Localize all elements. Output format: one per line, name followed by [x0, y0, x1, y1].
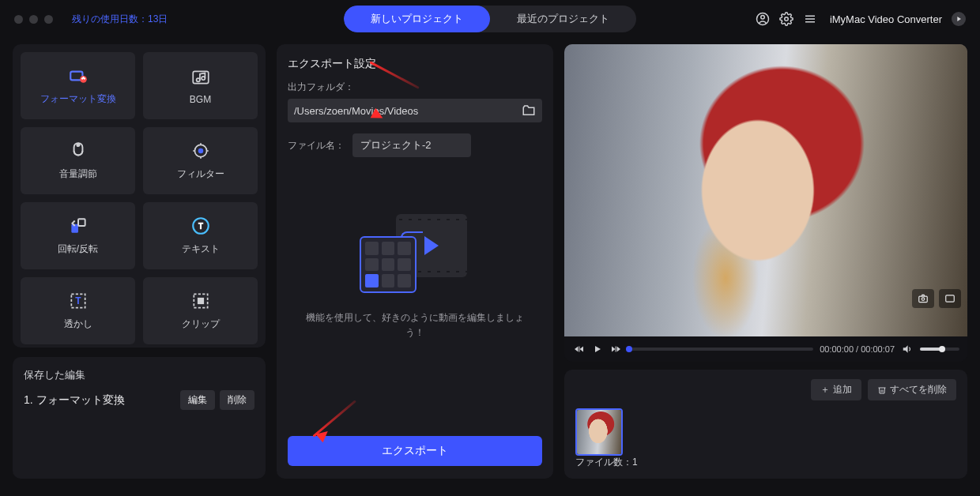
menu-icon[interactable] [803, 12, 817, 26]
watermark-icon: T [68, 291, 89, 311]
svg-rect-26 [919, 296, 928, 302]
filter-icon [190, 141, 211, 161]
settings-icon[interactable] [779, 12, 793, 26]
tool-label: クリップ [182, 318, 220, 331]
svg-point-2 [785, 17, 789, 21]
window-controls [14, 15, 53, 24]
saved-edit-row: 1. フォーマット変換 編集 削除 [24, 390, 254, 410]
rotate-icon [68, 216, 89, 236]
delete-all-button[interactable]: すべてを削除 [868, 379, 956, 400]
output-folder-label: 出力フォルダ： [288, 81, 542, 94]
svg-marker-32 [595, 346, 601, 352]
svg-rect-28 [946, 295, 955, 302]
svg-point-14 [198, 148, 203, 154]
saved-edit-button[interactable]: 編集 [180, 390, 215, 410]
output-folder-path: /Users/zoen/Movies/Videos [294, 105, 522, 117]
tool-label: 回転/反転 [58, 242, 98, 256]
quick-export-icon[interactable] [952, 12, 966, 26]
trial-days-label: 残りの使用日数：13日 [72, 13, 168, 26]
svg-text:T: T [75, 295, 81, 306]
svg-rect-20 [78, 219, 85, 226]
titlebar: 残りの使用日数：13日 新しいプロジェクト 最近のプロジェクト iMyMac V… [0, 0, 980, 38]
playback-time: 00:00:00 / 00:00:07 [820, 344, 895, 354]
browse-folder-icon[interactable] [522, 103, 536, 118]
tool-label: テキスト [182, 242, 220, 256]
clip-icon [190, 291, 211, 311]
annotation-arrow [312, 400, 356, 437]
text-icon [190, 216, 211, 236]
svg-marker-33 [612, 347, 616, 352]
tool-rotate[interactable]: 回転/反転 [21, 202, 135, 269]
svg-marker-35 [617, 347, 621, 352]
tool-text[interactable]: テキスト [143, 202, 258, 269]
video-preview: 00:00:00 / 00:00:07 [564, 44, 967, 362]
tab-recent-projects[interactable]: 最近のプロジェクト [490, 6, 636, 32]
tool-label: 音量調節 [59, 167, 97, 181]
bgm-icon [190, 67, 211, 88]
saved-edits-panel: 保存した編集 1. フォーマット変換 編集 削除 [13, 357, 266, 479]
export-hint-text: 機能を使用して、好きのように動画を編集しましょう！ [288, 310, 542, 340]
volume-slider[interactable] [920, 348, 959, 351]
svg-marker-31 [580, 347, 584, 352]
svg-point-27 [922, 298, 925, 301]
export-button[interactable]: エクスポート [288, 436, 542, 466]
saved-edits-title: 保存した編集 [24, 368, 254, 382]
svg-rect-30 [579, 347, 580, 352]
output-folder-field[interactable]: /Users/zoen/Movies/Videos [288, 99, 542, 122]
tool-label: フィルター [177, 167, 224, 181]
next-frame-icon[interactable] [610, 344, 623, 354]
filename-input[interactable]: プロジェクト-2 [352, 133, 471, 157]
fullscreen-icon[interactable] [939, 289, 961, 308]
svg-rect-34 [616, 347, 616, 352]
volume-icon[interactable] [901, 344, 914, 355]
svg-point-1 [761, 16, 765, 20]
tool-label: フォーマット変換 [40, 92, 116, 106]
tool-label: BGM [190, 94, 211, 105]
maximize-window[interactable] [44, 15, 53, 24]
account-icon[interactable] [756, 12, 770, 26]
files-panel: ＋追加 すべてを削除 ファイル数：1 [564, 370, 967, 479]
tool-format-convert[interactable]: フォーマット変換 [21, 52, 135, 119]
volume-icon [68, 141, 89, 161]
tool-volume[interactable]: 音量調節 [21, 127, 135, 194]
minimize-window[interactable] [29, 15, 38, 24]
svg-marker-29 [575, 347, 579, 352]
export-settings-panel: エクスポート設定 出力フォルダ： /Users/zoen/Movies/Vide… [277, 44, 553, 479]
add-file-button[interactable]: ＋追加 [811, 379, 861, 400]
filename-label: ファイル名： [288, 139, 345, 152]
tool-label: 透かし [64, 318, 92, 331]
file-thumbnail[interactable] [575, 408, 623, 456]
snapshot-icon[interactable] [912, 289, 934, 308]
tool-watermark[interactable]: T 透かし [21, 277, 135, 344]
saved-delete-button[interactable]: 削除 [220, 390, 254, 410]
tab-new-project[interactable]: 新しいプロジェクト [344, 6, 490, 32]
prev-frame-icon[interactable] [572, 344, 585, 354]
svg-point-12 [77, 144, 79, 146]
saved-edit-name: 1. フォーマット変換 [24, 393, 125, 408]
close-window[interactable] [14, 15, 23, 24]
player-controls: 00:00:00 / 00:00:07 [564, 336, 967, 362]
app-name: iMyMac Video Converter [830, 13, 942, 25]
export-settings-title: エクスポート設定 [288, 57, 542, 71]
preview-frame [564, 44, 967, 336]
file-count-label: ファイル数：1 [575, 456, 956, 469]
svg-rect-25 [198, 299, 203, 304]
seek-bar[interactable] [629, 348, 813, 351]
tools-panel: フォーマット変換 BGM 音量調節 [13, 44, 266, 348]
export-illustration: 機能を使用して、好きのように動画を編集しましょう！ [288, 209, 542, 340]
tool-clip[interactable]: クリップ [143, 277, 258, 344]
format-convert-icon [68, 66, 89, 86]
tool-filter[interactable]: フィルター [143, 127, 258, 194]
svg-marker-36 [903, 345, 908, 352]
tool-bgm[interactable]: BGM [143, 52, 258, 119]
svg-marker-6 [957, 17, 961, 21]
project-tabs: 新しいプロジェクト 最近のプロジェクト [344, 6, 636, 32]
play-icon[interactable] [591, 344, 604, 354]
